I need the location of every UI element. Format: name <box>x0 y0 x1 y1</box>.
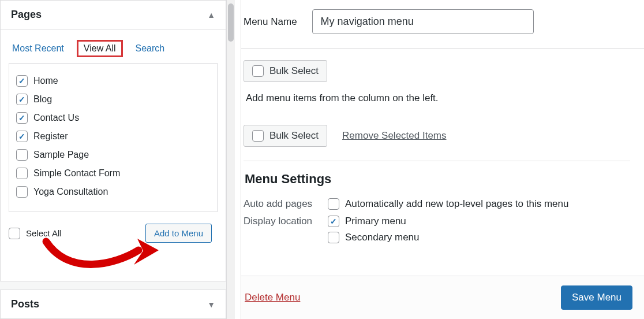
page-checkbox-blog[interactable] <box>16 94 28 105</box>
pages-list-box: Home Blog Contact Us Register Sample Pag… <box>9 63 218 212</box>
bulk-select-checkbox-bottom[interactable] <box>252 130 264 142</box>
page-label: Register <box>33 131 68 142</box>
left-scrollbar-thumb[interactable] <box>228 3 234 42</box>
page-label: Simple Contact Form <box>33 168 120 179</box>
pages-accordion-header[interactable]: Pages ▲ <box>0 0 226 29</box>
page-checkbox-simple-contact-form[interactable] <box>16 168 28 179</box>
menu-name-input[interactable] <box>312 9 534 34</box>
page-item: Sample Page <box>16 146 210 164</box>
save-menu-button[interactable]: Save Menu <box>561 285 632 310</box>
add-to-menu-button[interactable]: Add to Menu <box>145 224 212 243</box>
auto-add-checkbox[interactable] <box>328 198 339 210</box>
bulk-select-label: Bulk Select <box>269 65 319 77</box>
page-item: Yoga Consultation <box>16 183 210 201</box>
page-checkbox-yoga-consultation[interactable] <box>16 186 28 198</box>
bulk-select-label: Bulk Select <box>269 130 319 142</box>
display-location-primary-checkbox[interactable] <box>328 216 339 227</box>
page-label: Blog <box>33 94 52 105</box>
page-item: Blog <box>16 90 210 109</box>
page-label: Yoga Consultation <box>33 187 108 197</box>
page-item: Register <box>16 127 210 146</box>
page-item: Contact Us <box>16 109 210 127</box>
page-checkbox-home[interactable] <box>16 75 28 87</box>
page-checkbox-contact-us[interactable] <box>16 112 28 124</box>
menu-name-label: Menu Name <box>244 16 297 28</box>
left-scrollbar-track[interactable] <box>227 0 235 319</box>
add-items-hint: Add menu items from the column on the le… <box>244 82 630 120</box>
display-location-secondary-checkbox[interactable] <box>328 232 339 243</box>
menu-footer: Delete Menu Save Menu <box>241 276 644 319</box>
right-panel: Menu Name Bulk Select Add menu items fro… <box>241 0 644 319</box>
auto-add-option-label: Automatically add new top-level pages to… <box>345 198 568 210</box>
page-item: Simple Contact Form <box>16 164 210 183</box>
chevron-down-icon: ▼ <box>207 300 215 309</box>
chevron-up-icon: ▲ <box>207 10 215 20</box>
posts-accordion-header[interactable]: Posts ▼ <box>0 290 226 319</box>
menu-name-row: Menu Name <box>241 0 644 48</box>
delete-menu-link[interactable]: Delete Menu <box>245 292 300 303</box>
display-location-secondary-label: Secondary menu <box>345 232 420 243</box>
display-location-row: Display location Primary menu Secondary … <box>244 213 630 247</box>
posts-accordion-title: Posts <box>11 298 39 310</box>
page-label: Contact Us <box>33 113 79 123</box>
tab-view-all[interactable]: View All <box>77 40 123 57</box>
pages-accordion-title: Pages <box>11 9 42 21</box>
display-location-primary-label: Primary menu <box>345 216 406 227</box>
select-all-checkbox[interactable] <box>9 228 20 239</box>
bulk-select-checkbox-top[interactable] <box>252 65 264 77</box>
remove-selected-link[interactable]: Remove Selected Items <box>342 130 446 142</box>
page-checkbox-register[interactable] <box>16 131 28 142</box>
page-checkbox-sample-page[interactable] <box>16 149 28 161</box>
tab-search[interactable]: Search <box>136 43 165 54</box>
page-label: Home <box>33 76 58 86</box>
display-location-label: Display location <box>244 216 324 227</box>
pages-accordion-body: Most Recent View All Search Home Blog Co… <box>0 29 226 281</box>
page-item: Home <box>16 72 210 90</box>
pages-actions-row: Select All Add to Menu <box>9 212 218 245</box>
menu-structure-panel: Bulk Select Add menu items from the colu… <box>241 48 644 254</box>
tab-most-recent[interactable]: Most Recent <box>12 43 64 54</box>
menu-settings-heading: Menu Settings <box>244 161 630 196</box>
auto-add-label: Auto add pages <box>244 198 324 210</box>
bulk-select-button-bottom[interactable]: Bulk Select <box>244 125 327 147</box>
bulk-select-button-top[interactable]: Bulk Select <box>244 60 327 82</box>
page-label: Sample Page <box>33 150 89 160</box>
auto-add-row: Auto add pages Automatically add new top… <box>244 196 630 213</box>
left-panel: Pages ▲ Most Recent View All Search Home… <box>0 0 227 319</box>
select-all-label[interactable]: Select All <box>26 228 62 238</box>
pages-tabs: Most Recent View All Search <box>9 40 218 63</box>
